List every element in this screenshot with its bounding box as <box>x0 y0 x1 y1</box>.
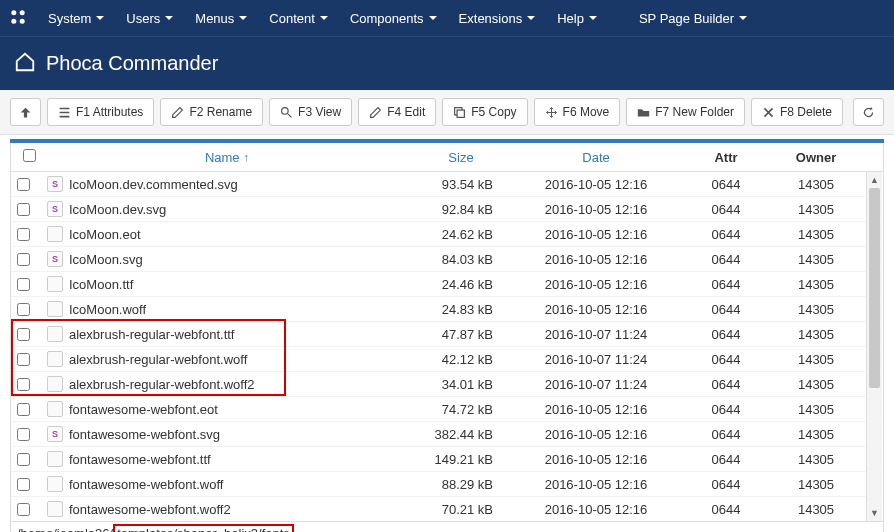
nav-item-sp-page-builder[interactable]: SP Page Builder <box>633 11 753 26</box>
up-button[interactable] <box>10 98 41 126</box>
table-row[interactable]: fontawesome-webfont.eot74.72 kB2016-10-0… <box>11 397 883 422</box>
nav-label: Extensions <box>459 11 523 26</box>
nav-item-users[interactable]: Users <box>120 11 179 26</box>
table-row[interactable]: fontawesome-webfont.ttf149.21 kB2016-10-… <box>11 447 883 472</box>
table-row[interactable]: fontawesome-webfont.woff270.21 kB2016-10… <box>11 497 883 521</box>
row-checkbox[interactable] <box>17 328 30 341</box>
select-all-checkbox[interactable] <box>23 149 36 162</box>
chevron-down-icon <box>589 16 597 20</box>
rename-button[interactable]: F2 Rename <box>160 98 263 126</box>
row-checkbox[interactable] <box>17 453 30 466</box>
svg-point-3 <box>20 18 25 23</box>
scroll-down-icon[interactable]: ▼ <box>867 505 882 521</box>
file-owner: 14305 <box>771 177 861 192</box>
column-label: Attr <box>714 150 737 165</box>
column-name[interactable]: Name ↑ <box>43 150 411 165</box>
file-date: 2016-10-07 11:24 <box>511 377 681 392</box>
row-checkbox[interactable] <box>17 503 30 516</box>
file-name: IcoMoon.dev.commented.svg <box>69 177 238 192</box>
file-owner: 14305 <box>771 377 861 392</box>
file-attr: 0644 <box>681 252 771 267</box>
nav-item-extensions[interactable]: Extensions <box>453 11 542 26</box>
file-attr: 0644 <box>681 327 771 342</box>
attributes-button[interactable]: F1 Attributes <box>47 98 154 126</box>
file-size: 382.44 kB <box>411 427 511 442</box>
table-row[interactable]: IcoMoon.woff24.83 kB2016-10-05 12:160644… <box>11 297 883 322</box>
file-size: 47.87 kB <box>411 327 511 342</box>
file-size: 24.62 kB <box>411 227 511 242</box>
file-attr: 0644 <box>681 302 771 317</box>
delete-button[interactable]: F8 Delete <box>751 98 843 126</box>
file-size: 24.46 kB <box>411 277 511 292</box>
file-date: 2016-10-05 12:16 <box>511 252 681 267</box>
column-size[interactable]: Size <box>411 150 511 165</box>
table-row[interactable]: IcoMoon.eot24.62 kB2016-10-05 12:1606441… <box>11 222 883 247</box>
title-bar: Phoca Commander <box>0 36 894 90</box>
copy-button[interactable]: F5 Copy <box>442 98 527 126</box>
file-name: IcoMoon.ttf <box>69 277 133 292</box>
table-row[interactable]: SIcoMoon.dev.svg92.84 kB2016-10-05 12:16… <box>11 197 883 222</box>
table-row[interactable]: SIcoMoon.svg84.03 kB2016-10-05 12:160644… <box>11 247 883 272</box>
chevron-down-icon <box>96 16 104 20</box>
file-name: fontawesome-webfont.woff <box>69 477 223 492</box>
chevron-down-icon <box>320 16 328 20</box>
row-checkbox[interactable] <box>17 278 30 291</box>
chevron-down-icon <box>165 16 173 20</box>
new-folder-button[interactable]: F7 New Folder <box>626 98 745 126</box>
table-row[interactable]: IcoMoon.ttf24.46 kB2016-10-05 12:1606441… <box>11 272 883 297</box>
move-button[interactable]: F6 Move <box>534 98 621 126</box>
file-date: 2016-10-05 12:16 <box>511 427 681 442</box>
refresh-button[interactable] <box>853 98 884 126</box>
row-checkbox[interactable] <box>17 228 30 241</box>
nav-item-help[interactable]: Help <box>551 11 603 26</box>
table-row[interactable]: alexbrush-regular-webfont.woff42.12 kB20… <box>11 347 883 372</box>
file-owner: 14305 <box>771 452 861 467</box>
nav-label: SP Page Builder <box>639 11 734 26</box>
row-checkbox[interactable] <box>17 203 30 216</box>
column-date[interactable]: Date <box>511 150 681 165</box>
column-owner[interactable]: Owner <box>771 150 861 165</box>
table-row[interactable]: alexbrush-regular-webfont.ttf47.87 kB201… <box>11 322 883 347</box>
file-icon <box>47 351 63 367</box>
row-checkbox[interactable] <box>17 353 30 366</box>
file-date: 2016-10-07 11:24 <box>511 352 681 367</box>
row-checkbox[interactable] <box>17 253 30 266</box>
file-size: 84.03 kB <box>411 252 511 267</box>
file-size: 149.21 kB <box>411 452 511 467</box>
column-label: Size <box>448 150 473 165</box>
column-attr[interactable]: Attr <box>681 150 771 165</box>
file-owner: 14305 <box>771 427 861 442</box>
nav-item-components[interactable]: Components <box>344 11 443 26</box>
file-name: IcoMoon.dev.svg <box>69 202 166 217</box>
table-row[interactable]: fontawesome-webfont.woff88.29 kB2016-10-… <box>11 472 883 497</box>
scroll-thumb[interactable] <box>869 188 880 388</box>
nav-item-system[interactable]: System <box>42 11 110 26</box>
nav-item-content[interactable]: Content <box>263 11 334 26</box>
column-label: Date <box>582 150 609 165</box>
folder-icon <box>637 106 650 119</box>
row-checkbox[interactable] <box>17 428 30 441</box>
file-owner: 14305 <box>771 227 861 242</box>
button-label: F5 Copy <box>471 105 516 119</box>
table-row[interactable]: alexbrush-regular-webfont.woff234.01 kB2… <box>11 372 883 397</box>
view-button[interactable]: F3 View <box>269 98 352 126</box>
file-owner: 14305 <box>771 202 861 217</box>
row-checkbox[interactable] <box>17 378 30 391</box>
file-owner: 14305 <box>771 402 861 417</box>
nav-item-menus[interactable]: Menus <box>189 11 253 26</box>
path-prefix: /home/joomla36/ <box>17 526 113 532</box>
file-icon <box>47 401 63 417</box>
edit-button[interactable]: F4 Edit <box>358 98 436 126</box>
table-row[interactable]: SIcoMoon.dev.commented.svg93.54 kB2016-1… <box>11 172 883 197</box>
file-owner: 14305 <box>771 327 861 342</box>
scroll-up-icon[interactable]: ▲ <box>867 172 882 188</box>
scrollbar[interactable]: ▲ ▼ <box>866 172 882 521</box>
row-checkbox[interactable] <box>17 478 30 491</box>
row-checkbox[interactable] <box>17 303 30 316</box>
row-checkbox[interactable] <box>17 403 30 416</box>
row-checkbox[interactable] <box>17 178 30 191</box>
button-label: F8 Delete <box>780 105 832 119</box>
file-date: 2016-10-05 12:16 <box>511 452 681 467</box>
file-owner: 14305 <box>771 477 861 492</box>
table-row[interactable]: Sfontawesome-webfont.svg382.44 kB2016-10… <box>11 422 883 447</box>
